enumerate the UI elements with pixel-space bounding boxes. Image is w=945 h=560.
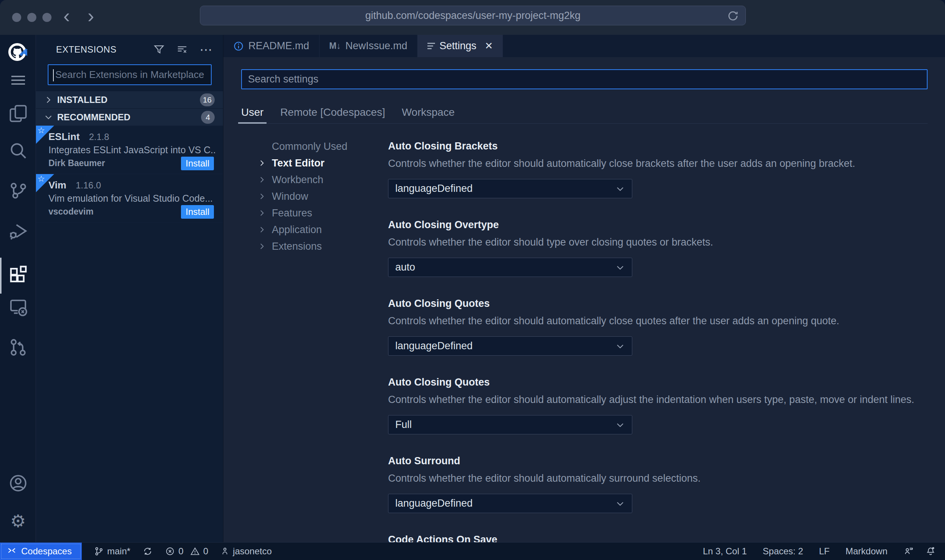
- more-actions-icon[interactable]: ⋯: [200, 46, 213, 53]
- cursor-position[interactable]: Ln 3, Col 1: [703, 546, 747, 557]
- chevron-down-icon: [615, 420, 625, 430]
- star-icon: ☆: [37, 126, 45, 135]
- user-indicator[interactable]: jasonetco: [220, 546, 272, 557]
- settings-editor: User Remote [Codespaces] Workspace Commo…: [223, 57, 945, 542]
- setting-dropdown[interactable]: languageDefined: [388, 179, 632, 198]
- clear-extensions-search-icon[interactable]: [176, 44, 188, 55]
- problems-indicator[interactable]: 0 0: [165, 546, 208, 557]
- settings-search-input[interactable]: [241, 69, 928, 89]
- extension-author: Dirk Baeumer: [48, 158, 105, 168]
- run-debug-icon[interactable]: [0, 221, 36, 241]
- setting-dropdown[interactable]: languageDefined: [388, 336, 632, 356]
- toc-text-editor[interactable]: Text Editor: [258, 155, 388, 171]
- extension-description: Integrates ESLint JavaScript into VS C..…: [48, 145, 215, 156]
- chevron-right-icon: [258, 226, 266, 233]
- extension-item-vim[interactable]: ☆ Vim 1.16.0 Vim emulation for Visual St…: [36, 174, 223, 222]
- tab-label: Settings: [440, 40, 477, 52]
- setting-description: Controls whether the editor should autom…: [388, 473, 928, 484]
- setting-auto-closing-brackets: Auto Closing Brackets Controls whether t…: [388, 140, 928, 219]
- chevron-down-icon: [615, 263, 625, 272]
- section-label: INSTALLED: [57, 95, 195, 105]
- extensions-panel: EXTENSIONS ⋯: [36, 35, 223, 542]
- setting-title: Code Actions On Save: [388, 534, 928, 542]
- eol-sequence[interactable]: LF: [819, 546, 830, 557]
- indentation[interactable]: Spaces: 2: [763, 546, 803, 557]
- text-cursor: [53, 69, 54, 81]
- sync-indicator[interactable]: [142, 546, 153, 557]
- feedback-icon[interactable]: [903, 546, 914, 557]
- tab-bar: README.md M↓ NewIssue.md Settings ✕: [223, 35, 945, 57]
- toc-workbench[interactable]: Workbench: [258, 171, 388, 188]
- chevron-right-icon: [258, 176, 266, 184]
- address-bar[interactable]: github.com/codespaces/user-my-project-mg…: [200, 6, 746, 25]
- github-codespaces-logo-icon[interactable]: [0, 42, 36, 64]
- chevron-right-icon: [258, 243, 266, 250]
- explorer-icon[interactable]: [0, 104, 36, 123]
- toc-window[interactable]: Window: [258, 188, 388, 205]
- chevron-right-icon: [258, 159, 266, 167]
- setting-title: Auto Closing Quotes: [388, 376, 928, 388]
- settings-gear-icon[interactable]: ⚙: [0, 512, 36, 530]
- scope-tab-workspace[interactable]: Workspace: [402, 101, 455, 123]
- settings-scope-tabs: User Remote [Codespaces] Workspace: [241, 101, 928, 124]
- language-mode[interactable]: Markdown: [845, 546, 887, 557]
- settings-editor-icon: [427, 41, 435, 51]
- browser-back-button[interactable]: ‹: [56, 5, 77, 28]
- window-close-button[interactable]: [12, 13, 21, 22]
- traffic-lights: [12, 13, 51, 22]
- refresh-icon[interactable]: [727, 9, 739, 22]
- tab-settings[interactable]: Settings ✕: [418, 35, 503, 57]
- extensions-search-input[interactable]: [48, 65, 211, 84]
- github-pull-request-icon[interactable]: [0, 338, 36, 357]
- search-icon[interactable]: [0, 141, 36, 160]
- remote-explorer-icon[interactable]: [0, 297, 36, 318]
- section-label: RECOMMENDED: [57, 112, 196, 123]
- git-branch-icon: [94, 546, 104, 556]
- tab-label: NewIssue.md: [345, 40, 407, 52]
- codespaces-remote-indicator[interactable]: Codespaces: [0, 543, 82, 560]
- markdown-icon: M↓: [329, 41, 341, 51]
- extensions-icon[interactable]: [0, 265, 36, 285]
- account-icon[interactable]: [0, 473, 36, 493]
- toc-application[interactable]: Application: [258, 221, 388, 238]
- tab-newissue[interactable]: M↓ NewIssue.md: [320, 35, 418, 57]
- chevron-right-icon: [44, 96, 53, 104]
- source-control-icon[interactable]: [0, 181, 36, 201]
- setting-dropdown[interactable]: languageDefined: [388, 494, 632, 513]
- chevron-down-icon: [615, 341, 625, 351]
- setting-auto-closing-quotes-2: Auto Closing Quotes Controls whether the…: [388, 376, 928, 455]
- setting-title: Auto Closing Overtype: [388, 219, 928, 231]
- settings-toc: Commonly Used Text Editor Workbench Wind…: [241, 124, 388, 542]
- panel-title: EXTENSIONS: [56, 44, 153, 55]
- section-recommended[interactable]: RECOMMENDED 4: [36, 108, 223, 126]
- window-minimize-button[interactable]: [27, 13, 36, 22]
- chevron-down-icon: [615, 184, 625, 194]
- window-maximize-button[interactable]: [42, 13, 51, 22]
- scope-tab-remote[interactable]: Remote [Codespaces]: [280, 101, 385, 123]
- toc-extensions[interactable]: Extensions: [258, 238, 388, 255]
- install-button[interactable]: Install: [181, 157, 214, 170]
- setting-description: Controls whether the editor should type …: [388, 236, 928, 248]
- tab-readme[interactable]: README.md: [223, 35, 320, 57]
- chevron-right-icon: [258, 193, 266, 200]
- toc-commonly-used[interactable]: Commonly Used: [258, 138, 388, 155]
- scope-tab-user[interactable]: User: [241, 101, 264, 123]
- chevron-down-icon: [615, 499, 625, 509]
- filter-icon[interactable]: [153, 44, 165, 55]
- branch-indicator[interactable]: main*: [94, 546, 130, 557]
- setting-description: Controls whether the editor should autom…: [388, 315, 928, 327]
- toc-features[interactable]: Features: [258, 205, 388, 221]
- sync-icon: [142, 546, 153, 557]
- setting-dropdown[interactable]: Full: [388, 415, 632, 434]
- install-button[interactable]: Install: [181, 205, 214, 219]
- extension-item-eslint[interactable]: ☆ ESLint 2.1.8 Integrates ESLint JavaScr…: [36, 126, 223, 174]
- menu-hamburger-icon[interactable]: [0, 73, 36, 88]
- setting-dropdown[interactable]: auto: [388, 258, 632, 277]
- setting-code-actions-on-save: Code Actions On Save: [388, 534, 928, 542]
- browser-forward-button[interactable]: ›: [80, 5, 101, 28]
- setting-auto-closing-overtype: Auto Closing Overtype Controls whether t…: [388, 219, 928, 298]
- close-icon[interactable]: ✕: [485, 40, 493, 52]
- section-installed[interactable]: INSTALLED 16: [36, 91, 223, 108]
- bell-icon[interactable]: [925, 546, 936, 557]
- recommended-count-badge: 4: [201, 111, 215, 124]
